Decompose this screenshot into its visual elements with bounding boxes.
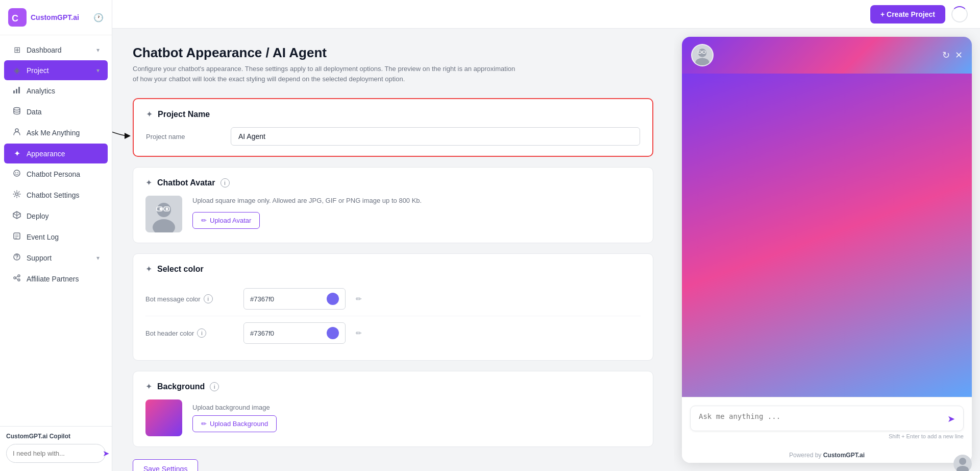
- background-label: Upload background image: [192, 404, 277, 411]
- svg-rect-2: [13, 90, 15, 93]
- chat-input[interactable]: [699, 412, 942, 425]
- project-name-section: ✦ Project Name Project name: [133, 98, 653, 157]
- project-name-input[interactable]: [231, 127, 640, 146]
- svg-point-8: [15, 172, 16, 173]
- color-hex-2: #7367f0: [250, 329, 323, 337]
- deploy-icon: [12, 211, 21, 221]
- svg-point-14: [14, 277, 16, 279]
- avatar-image: [145, 196, 182, 232]
- chevron-down-icon: ▾: [96, 254, 100, 262]
- copilot-label: CustomGPT.ai Copilot: [6, 433, 106, 440]
- create-project-button[interactable]: + Create Project: [870, 5, 945, 23]
- color-swatch-2[interactable]: [327, 327, 339, 339]
- sidebar-item-label: Event Log: [27, 233, 100, 241]
- refresh-button[interactable]: ↻: [942, 50, 950, 61]
- svg-rect-3: [16, 89, 17, 93]
- chevron-down-icon: ▾: [96, 67, 100, 74]
- chatbot-preview-wrap: ↻ ✕ ➤ Shift + Enter to add a new line: [682, 37, 972, 463]
- sidebar-item-chatbot-persona[interactable]: Chatbot Persona: [4, 164, 108, 184]
- affiliate-icon: [12, 274, 21, 284]
- sidebar-item-data[interactable]: Data: [4, 102, 108, 122]
- sidebar-item-ask-me-anything[interactable]: Ask Me Anything: [4, 123, 108, 143]
- sidebar-item-label: Support: [27, 254, 91, 262]
- chatbot-preview: ↻ ✕ ➤ Shift + Enter to add a new line: [682, 37, 972, 463]
- color-info-icon-1[interactable]: i: [204, 294, 213, 303]
- upload-background-button[interactable]: ✏ Upload Background: [192, 415, 277, 432]
- background-section: ✦ Background i Upload background image ✏…: [133, 371, 653, 447]
- sidebar-item-label: Project: [27, 66, 91, 75]
- edit-color-icon-2[interactable]: ✏: [356, 329, 362, 337]
- sidebar-item-analytics[interactable]: Analytics: [4, 81, 108, 101]
- copilot-send-button[interactable]: ➤: [103, 449, 109, 458]
- bot-header-color-label: Bot header color: [145, 329, 194, 337]
- sidebar-item-appearance[interactable]: ✦ Appearance: [4, 144, 108, 163]
- chatbot-avatar-section: ✦ Chatbot Avatar i: [133, 167, 653, 243]
- top-bar: + Create Project: [112, 0, 980, 29]
- svg-point-15: [18, 275, 20, 277]
- background-info-icon[interactable]: i: [210, 382, 219, 391]
- color-info-icon-2[interactable]: i: [197, 328, 206, 338]
- background-title: Background: [157, 382, 205, 391]
- data-icon: [12, 107, 21, 117]
- chatbot-preview-header: ↻ ✕: [682, 37, 972, 74]
- sparkle-icon-2: ✦: [145, 178, 152, 187]
- sidebar-item-support[interactable]: Support ▾: [4, 248, 108, 268]
- upload-avatar-button[interactable]: ✏ Upload Avatar: [192, 212, 260, 229]
- edit-color-icon-1[interactable]: ✏: [356, 295, 362, 303]
- main-content: + Create Project Chatbot Appearance / AI…: [112, 0, 980, 471]
- sparkle-icon: ✦: [146, 109, 153, 119]
- background-info: Upload background image ✏ Upload Backgro…: [192, 404, 277, 432]
- arrow-annotation: [112, 115, 128, 146]
- page-body: Chatbot Appearance / AI Agent Configure …: [112, 29, 980, 471]
- color-input-1: #7367f0: [243, 288, 346, 310]
- close-button[interactable]: ✕: [955, 50, 963, 61]
- sidebar-item-event-log[interactable]: Event Log: [4, 227, 108, 247]
- svg-point-10: [16, 193, 18, 196]
- sidebar: C CustomGPT.ai 🕐 ⊞ Dashboard ▾ ◈ Project…: [0, 0, 112, 471]
- sidebar-item-label: Chatbot Settings: [27, 191, 100, 199]
- powered-by-brand: CustomGPT.ai: [823, 452, 865, 459]
- sidebar-item-label: Appearance: [27, 150, 100, 158]
- svg-point-16: [18, 279, 20, 281]
- copilot-input-wrap: ➤: [6, 444, 106, 463]
- sidebar-item-deploy[interactable]: Deploy: [4, 206, 108, 226]
- sidebar-item-label: Deploy: [27, 212, 100, 220]
- bot-header-color-row: Bot header color i #7367f0 ✏: [145, 316, 641, 350]
- project-name-label: Project name: [146, 133, 223, 140]
- loading-spinner: [951, 6, 968, 22]
- sidebar-item-affiliate-partners[interactable]: Affiliate Partners: [4, 269, 108, 289]
- pencil-icon: ✏: [201, 217, 207, 224]
- pencil-icon-bg: ✏: [201, 420, 207, 428]
- sidebar-item-project[interactable]: ◈ Project ▾: [4, 60, 108, 80]
- svg-point-13: [16, 258, 17, 260]
- svg-text:C: C: [12, 13, 18, 23]
- save-settings-button[interactable]: Save Settings: [133, 459, 198, 471]
- avatar-header: ✦ Chatbot Avatar i: [145, 178, 641, 187]
- sidebar-item-dashboard[interactable]: ⊞ Dashboard ▾: [4, 40, 108, 60]
- color-header: ✦ Select color: [145, 264, 641, 274]
- color-label-wrap-1: Bot message color i: [145, 294, 237, 303]
- preview-panel: ↻ ✕ ➤ Shift + Enter to add a new line: [674, 29, 980, 471]
- logo-text: CustomGPT.ai: [31, 13, 79, 21]
- svg-point-20: [160, 208, 162, 210]
- clock-icon: 🕐: [93, 13, 104, 22]
- avatar-info-icon[interactable]: i: [220, 178, 230, 187]
- sidebar-nav: ⊞ Dashboard ▾ ◈ Project ▾ Analytics Data: [0, 35, 112, 426]
- sidebar-item-label: Affiliate Partners: [27, 275, 100, 283]
- svg-point-5: [14, 108, 20, 110]
- dashboard-icon: ⊞: [12, 45, 21, 55]
- avatar-preview: [145, 196, 182, 232]
- header-actions: ↻ ✕: [942, 50, 963, 61]
- logo-icon: C: [8, 8, 27, 27]
- background-preview: [145, 399, 182, 436]
- background-header: ✦ Background i: [145, 382, 641, 391]
- sidebar-item-chatbot-settings[interactable]: Chatbot Settings: [4, 185, 108, 205]
- chat-send-button[interactable]: ➤: [947, 413, 955, 425]
- sidebar-item-label: Ask Me Anything: [27, 129, 100, 137]
- sidebar-logo: C CustomGPT.ai 🕐: [0, 0, 112, 35]
- analytics-icon: [12, 86, 21, 96]
- color-swatch-1[interactable]: [327, 293, 339, 305]
- support-icon: [12, 253, 21, 263]
- project-icon: ◈: [12, 65, 21, 75]
- copilot-input[interactable]: [13, 450, 99, 457]
